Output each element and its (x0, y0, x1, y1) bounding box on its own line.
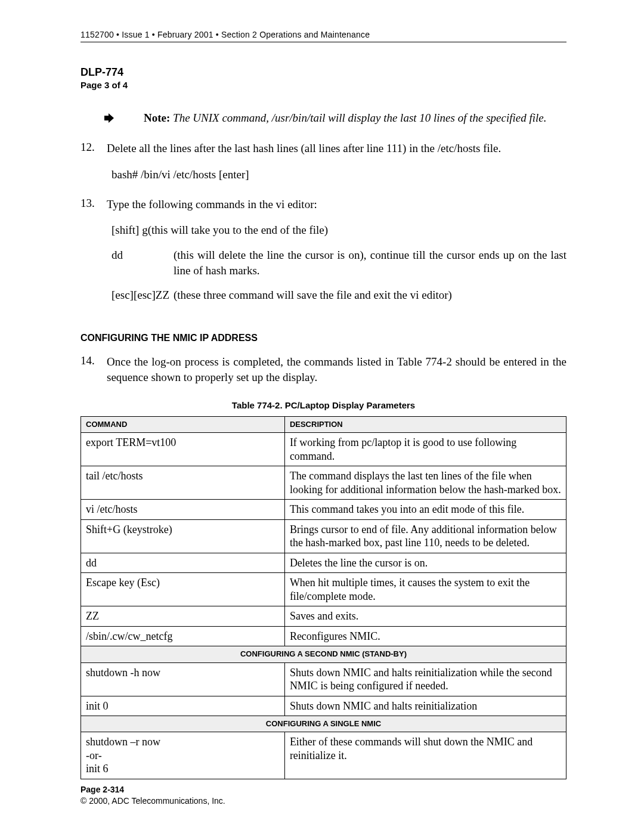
table-row: ddDeletes the line the cursor is on. (81, 553, 566, 573)
vi-shift-g: [shift] g(this will take you to the end … (112, 222, 566, 238)
footer-page-number: Page 2-314 (80, 784, 225, 795)
cell-command: dd (81, 553, 285, 573)
note-text: The UNIX command, /usr/bin/tail will dis… (173, 112, 546, 124)
table-row: export TERM=vt100If working from pc/lapt… (81, 433, 566, 466)
vi-esc-zz-row: [esc][esc]ZZ (these three command will s… (112, 287, 566, 303)
arrow-right-icon (104, 112, 114, 127)
step-14: 14. Once the log-on process is completed… (80, 354, 566, 385)
table-header-row: COMMAND DESCRIPTION (81, 417, 566, 433)
table-row: vi /etc/hostsThis command takes you into… (81, 500, 566, 520)
step-text: Once the log-on process is completed, th… (107, 354, 566, 385)
vi-command: [esc][esc]ZZ (112, 287, 174, 303)
cell-description: Either of these commands will shut down … (284, 732, 566, 779)
cell-description: Shuts down NMIC and halts reinitializati… (284, 662, 566, 696)
footer-copyright: © 2000, ADC Telecommunications, Inc. (80, 795, 225, 807)
cell-description: Reconfigures NMIC. (284, 626, 566, 646)
cell-command: Escape key (Esc) (81, 573, 285, 606)
cell-description: This command takes you into an edit mode… (284, 500, 566, 520)
table-row: Shift+G (keystroke)Brings cursor to end … (81, 519, 566, 553)
vi-command: dd (112, 247, 174, 278)
subheader-cell: CONFIGURING A SECOND NMIC (STAND-BY) (81, 646, 566, 662)
step-number: 12. (80, 141, 107, 156)
step-13: 13. Type the following commands in the v… (80, 197, 566, 212)
step-text: Type the following commands in the vi ed… (107, 197, 566, 212)
table-row: /sbin/.cw/cw_netcfgReconfigures NMIC. (81, 626, 566, 646)
table-subheader: CONFIGURING A SINGLE NMIC (81, 716, 566, 732)
cell-command: shutdown –r now -or- init 6 (81, 732, 285, 779)
cell-command: vi /etc/hosts (81, 500, 285, 520)
cell-description: Shuts down NMIC and halts reinitializati… (284, 696, 566, 716)
step-12: 12. Delete all the lines after the last … (80, 141, 566, 156)
section-heading: CONFIGURING THE NMIC IP ADDRESS (80, 333, 566, 343)
step-text: Delete all the lines after the last hash… (107, 141, 566, 156)
cell-description: If working from pc/laptop it is good to … (284, 433, 566, 466)
vi-dd-row: dd (this will delete the line the cursor… (112, 247, 566, 278)
cell-command: Shift+G (keystroke) (81, 519, 285, 553)
table-row: Escape key (Esc)When hit multiple times,… (81, 573, 566, 606)
table-row: shutdown –r now -or- init 6Either of the… (81, 732, 566, 779)
cell-description: Brings cursor to end of file. Any additi… (284, 519, 566, 553)
running-header: 1152700 • Issue 1 • February 2001 • Sect… (80, 30, 566, 42)
table-row: ZZSaves and exits. (81, 606, 566, 627)
table-row: shutdown -h nowShuts down NMIC and halts… (81, 662, 566, 696)
dlp-number: DLP-774 (80, 66, 566, 79)
cell-description: The command displays the last ten lines … (284, 466, 566, 500)
note-label: Note: (144, 112, 170, 124)
page-of-n: Page 3 of 4 (80, 80, 566, 90)
display-parameters-table: COMMAND DESCRIPTION export TERM=vt100If … (80, 416, 566, 779)
cell-description: When hit multiple times, it causes the s… (284, 573, 566, 606)
note-block: Note: The UNIX command, /usr/bin/tail wi… (80, 110, 566, 126)
step-12-command: bash# /bin/vi /etc/hosts [enter] (112, 167, 566, 182)
subheader-cell: CONFIGURING A SINGLE NMIC (81, 716, 566, 732)
cell-command: export TERM=vt100 (81, 433, 285, 466)
cell-command: ZZ (81, 606, 285, 627)
cell-command: tail /etc/hosts (81, 466, 285, 500)
cell-description: Saves and exits. (284, 606, 566, 627)
th-description: DESCRIPTION (284, 417, 566, 433)
document-page: 1152700 • Issue 1 • February 2001 • Sect… (0, 0, 644, 833)
cell-command: shutdown -h now (81, 662, 285, 696)
cell-command: init 0 (81, 696, 285, 716)
th-command: COMMAND (81, 417, 285, 433)
step-number: 13. (80, 197, 107, 212)
cell-command: /sbin/.cw/cw_netcfg (81, 626, 285, 646)
table-caption: Table 774-2. PC/Laptop Display Parameter… (80, 400, 566, 410)
step-number: 14. (80, 354, 107, 385)
page-footer: Page 2-314 © 2000, ADC Telecommunication… (80, 784, 225, 807)
table-row: init 0Shuts down NMIC and halts reinitia… (81, 696, 566, 716)
table-subheader: CONFIGURING A SECOND NMIC (STAND-BY) (81, 646, 566, 662)
table-row: tail /etc/hostsThe command displays the … (81, 466, 566, 500)
vi-description: (these three command will save the file … (174, 287, 566, 303)
cell-description: Deletes the line the cursor is on. (284, 553, 566, 573)
vi-description: (this will delete the line the cursor is… (174, 247, 566, 278)
